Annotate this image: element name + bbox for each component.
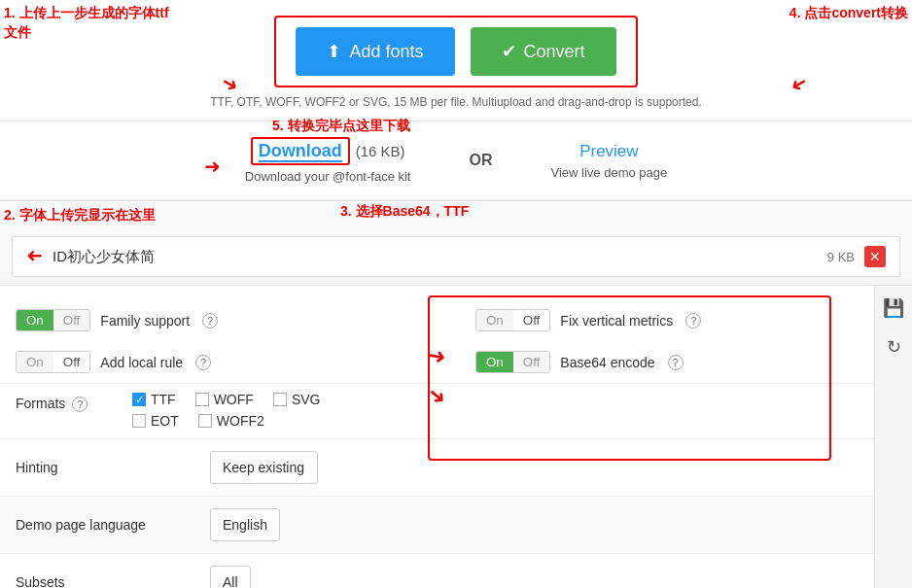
annotation-4: 4. 点击convert转换: [789, 4, 908, 23]
base64-label: Base64 encode: [560, 355, 654, 370]
save-icon-button[interactable]: 💾: [879, 294, 908, 323]
preview-link[interactable]: Preview: [579, 142, 638, 161]
format-svg: SVG: [273, 392, 321, 407]
subsets-row: Subsets All: [0, 553, 912, 588]
base64-help-icon[interactable]: ?: [668, 355, 684, 370]
family-support-toggle[interactable]: On Off: [16, 309, 90, 331]
download-section: Download (16 KB) Download your @font-fac…: [245, 137, 411, 184]
family-support-row: On Off Family support ?: [16, 299, 437, 341]
font-size-label: 9 KB: [827, 250, 855, 264]
add-local-on[interactable]: On: [17, 352, 53, 372]
demo-language-row: Demo page language English: [0, 496, 912, 553]
right-sidebar-icons: 💾 ↻: [874, 286, 912, 588]
fix-vertical-label: Fix vertical metrics: [560, 313, 673, 329]
refresh-icon-button[interactable]: ↻: [883, 332, 905, 362]
subsets-label: Subsets: [16, 574, 210, 588]
demo-language-select-wrapper: English: [210, 508, 896, 541]
base64-off[interactable]: Off: [513, 352, 550, 372]
hinting-row: Hinting Keep existing: [0, 438, 912, 496]
subsets-select[interactable]: All: [210, 566, 251, 588]
fix-vertical-row: On Off Fix vertical metrics ?: [475, 299, 896, 341]
arrow-to-convert: ➜: [786, 69, 812, 97]
subsets-select-wrapper: All: [210, 566, 896, 588]
preview-section: Preview View live demo page: [551, 142, 668, 180]
add-fonts-button[interactable]: ⬆ Add fonts: [296, 27, 454, 76]
demo-language-select[interactable]: English: [210, 508, 280, 541]
base64-row: On Off Base64 encode ?: [475, 341, 896, 383]
font-name: ID初心少女体简: [53, 248, 827, 266]
formats-label: Formats ?: [16, 392, 132, 412]
add-local-off[interactable]: Off: [53, 352, 90, 372]
upload-icon: ⬆: [327, 41, 341, 62]
hinting-select[interactable]: Keep existing: [210, 451, 318, 484]
demo-language-label: Demo page language: [16, 517, 210, 533]
check-icon: ✔: [502, 41, 516, 62]
svg-checkbox[interactable]: [273, 393, 287, 406]
family-support-off[interactable]: Off: [53, 310, 90, 330]
family-support-on[interactable]: On: [17, 310, 53, 330]
fix-vertical-toggle[interactable]: On Off: [475, 309, 550, 331]
hinting-select-wrapper: Keep existing: [210, 451, 896, 484]
annotation-1: 1. 上传上一步生成的字体ttf 文件: [4, 4, 169, 42]
add-local-rule-row: On Off Add local rule ?: [16, 341, 437, 383]
annotation-3: 3. 选择Base64，TTF: [340, 203, 469, 221]
add-local-rule-toggle[interactable]: On Off: [16, 351, 90, 373]
annotation-5: 5. 转换完毕点这里下载: [272, 118, 410, 135]
download-sub: Download your @font-face kit: [245, 169, 411, 184]
format-ttf: ✓ TTF: [132, 392, 176, 407]
arrow-to-add: ➜: [217, 69, 243, 97]
arrow-to-font: ➜: [26, 245, 43, 268]
hinting-label: Hinting: [16, 460, 210, 475]
fix-vertical-on[interactable]: On: [476, 310, 513, 330]
convert-button[interactable]: ✔ Convert: [471, 27, 616, 76]
formats-options: ✓ TTF WOFF SVG EOT: [132, 392, 320, 429]
font-remove-button[interactable]: ✕: [864, 246, 886, 267]
format-eot: EOT: [132, 413, 179, 429]
base64-toggle[interactable]: On Off: [475, 351, 550, 373]
download-size: (16 KB): [356, 143, 405, 159]
format-woff: WOFF: [195, 392, 254, 407]
preview-sub: View live demo page: [551, 165, 668, 180]
add-local-label: Add local rule: [100, 355, 183, 370]
fix-vertical-off[interactable]: Off: [513, 310, 550, 330]
add-local-help-icon[interactable]: ?: [195, 355, 211, 370]
woff2-checkbox[interactable]: [198, 414, 212, 428]
formats-help-icon[interactable]: ?: [72, 397, 88, 412]
download-link[interactable]: Download: [259, 141, 342, 162]
arrow-to-download: ➜: [204, 155, 221, 178]
file-info: TTF, OTF, WOFF, WOFF2 or SVG, 15 MB per …: [210, 95, 702, 109]
annotation-2: 2. 字体上传完显示在这里: [4, 207, 156, 225]
family-support-help-icon[interactable]: ?: [202, 313, 218, 329]
woff-checkbox[interactable]: [195, 393, 209, 406]
family-support-label: Family support: [100, 313, 190, 329]
format-woff2: WOFF2: [198, 413, 264, 429]
download-link-box: Download: [251, 137, 350, 165]
eot-checkbox[interactable]: [132, 414, 146, 428]
ttf-checkbox[interactable]: ✓: [132, 393, 146, 406]
or-divider: OR: [470, 152, 493, 169]
base64-on[interactable]: On: [476, 352, 513, 372]
fix-vertical-help-icon[interactable]: ?: [685, 313, 701, 329]
